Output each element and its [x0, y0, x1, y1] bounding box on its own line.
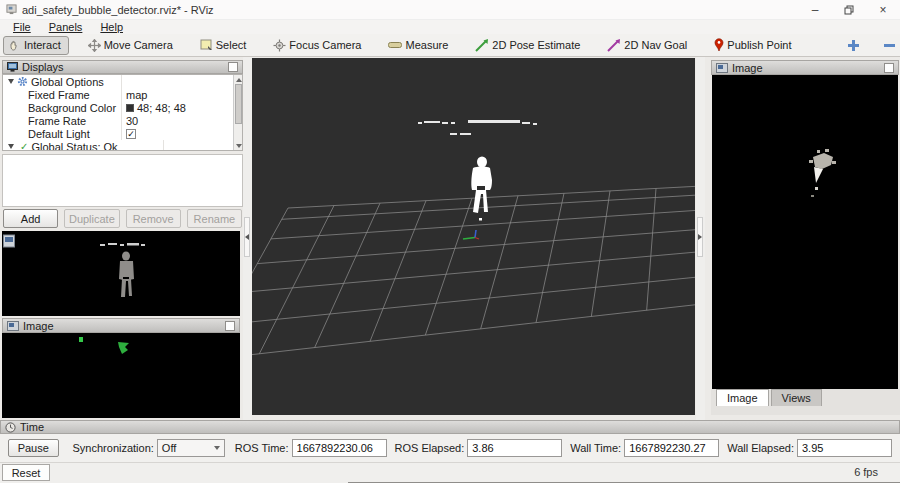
- render-viewport-3d[interactable]: [252, 58, 695, 415]
- tool-label: Publish Point: [727, 39, 791, 51]
- ros-time-label: ROS Time:: [235, 442, 289, 454]
- tree-value-text[interactable]: map: [126, 89, 147, 101]
- sync-dropdown[interactable]: Off: [157, 439, 225, 457]
- image-panel-header[interactable]: Image: [2, 318, 240, 333]
- right-camera-image: [712, 75, 898, 389]
- toolbar: Interact Move Camera Select Focus Camer: [0, 34, 900, 57]
- zoom-out-button[interactable]: [880, 36, 900, 54]
- tool-label: 2D Nav Goal: [624, 39, 687, 51]
- undock-icon[interactable]: [228, 62, 238, 72]
- displays-icon: [7, 62, 18, 72]
- wall-time-input[interactable]: [624, 439, 719, 457]
- tree-row-fixed-frame[interactable]: Fixed Frame map: [3, 88, 242, 101]
- checkbox-checked[interactable]: ✓: [126, 129, 136, 139]
- displays-panel-header[interactable]: Displays: [2, 60, 243, 74]
- sync-label: Synchronization:: [73, 442, 154, 454]
- measure-tool-button[interactable]: Measure: [383, 36, 456, 54]
- sync-value: Off: [162, 442, 176, 454]
- right-image-panel-header[interactable]: Image: [711, 60, 899, 75]
- grid-3d: [252, 58, 695, 415]
- restore-icon[interactable]: [832, 0, 866, 19]
- image-panel-title: Image: [23, 320, 54, 332]
- tree-scrollbar[interactable]: [233, 75, 242, 150]
- scroll-down-icon[interactable]: [234, 141, 243, 150]
- status-bar: Reset 6 fps: [0, 462, 900, 483]
- ros-elapsed-input[interactable]: [467, 439, 562, 457]
- wall-elapsed-input[interactable]: [797, 439, 892, 457]
- collapse-right-handle[interactable]: [697, 217, 703, 257]
- wall-elapsed-label: Wall Elapsed:: [727, 442, 794, 454]
- camera-image-bottom: [2, 333, 240, 418]
- publish-point-tool-button[interactable]: Publish Point: [709, 35, 799, 55]
- left-splitter[interactable]: [243, 57, 252, 420]
- undock-icon[interactable]: [884, 63, 894, 73]
- select-tool-button[interactable]: Select: [195, 36, 255, 54]
- ros-elapsed-label: ROS Elapsed:: [395, 442, 465, 454]
- nav-goal-tool-button[interactable]: 2D Nav Goal: [602, 36, 695, 55]
- tree-row-global-status[interactable]: ✓ Global Status: Ok: [3, 140, 242, 151]
- tree-row-default-light[interactable]: Default Light ✓: [3, 127, 242, 140]
- tree-value-text[interactable]: 30: [126, 115, 138, 127]
- hand-icon: [8, 39, 21, 52]
- image-icon: [7, 321, 19, 331]
- close-icon[interactable]: ×: [866, 0, 900, 19]
- tool-label: Interact: [24, 39, 61, 51]
- right-splitter[interactable]: [696, 57, 705, 420]
- duplicate-button: Duplicate: [64, 209, 119, 228]
- chevron-down-icon[interactable]: [8, 144, 14, 149]
- collapse-left-handle[interactable]: [244, 217, 250, 257]
- zoom-in-button[interactable]: [844, 36, 864, 54]
- tree-row-background-color[interactable]: Background Color 48; 48; 48: [3, 101, 242, 114]
- tool-label: Move Camera: [104, 39, 173, 51]
- minimize-icon[interactable]: –: [798, 0, 832, 19]
- menu-panels[interactable]: Panels: [40, 21, 92, 33]
- camera-image-top: [2, 231, 240, 316]
- fps-counter: 6 fps: [854, 466, 878, 478]
- undock-icon[interactable]: [225, 321, 235, 331]
- tool-label: Select: [216, 39, 247, 51]
- menu-file[interactable]: File: [4, 21, 40, 33]
- menu-bar: File Panels Help: [0, 20, 900, 34]
- tab-views[interactable]: Views: [771, 389, 822, 406]
- move-camera-tool-button[interactable]: Move Camera: [83, 36, 181, 55]
- displays-tree[interactable]: Global Options Fixed Frame map Backgroun…: [2, 74, 243, 151]
- scrollbar-thumb[interactable]: [235, 84, 242, 124]
- tool-label: Measure: [405, 39, 448, 51]
- chevron-down-icon[interactable]: [8, 79, 14, 84]
- focus-camera-tool-button[interactable]: Focus Camera: [268, 36, 369, 55]
- minus-icon: [883, 43, 896, 48]
- pause-button[interactable]: Pause: [8, 439, 59, 457]
- interact-tool-button[interactable]: Interact: [3, 36, 69, 55]
- remove-button: Remove: [126, 209, 181, 228]
- displays-empty-list: [2, 154, 243, 207]
- wall-time-label: Wall Time:: [570, 442, 621, 454]
- tree-label-text: Background Color: [28, 102, 116, 114]
- plus-icon: [847, 39, 860, 52]
- tree-label-text: Default Light: [28, 128, 90, 140]
- tool-label: 2D Pose Estimate: [492, 39, 580, 51]
- clock-icon: [5, 422, 16, 433]
- pose-estimate-tool-button[interactable]: 2D Pose Estimate: [470, 36, 588, 55]
- green-arrow-icon: [475, 39, 489, 52]
- tree-label-text: Global Options: [31, 76, 104, 88]
- scroll-up-icon[interactable]: [234, 75, 243, 84]
- menu-help[interactable]: Help: [91, 21, 132, 33]
- tree-row-global-options[interactable]: Global Options: [3, 75, 242, 88]
- chevron-down-icon: [214, 446, 220, 450]
- tree-label-text: Fixed Frame: [28, 89, 90, 101]
- time-panel-header[interactable]: Time: [0, 420, 900, 434]
- color-swatch: [126, 104, 134, 112]
- tree-label-text: Frame Rate: [28, 115, 86, 127]
- map-pin-icon: [714, 38, 724, 52]
- depth-person-view: [2, 231, 240, 316]
- displays-buttons: Add Duplicate Remove Rename: [3, 209, 242, 228]
- add-button[interactable]: Add: [3, 209, 58, 228]
- ros-time-input[interactable]: [292, 439, 387, 457]
- tool-label: Focus Camera: [289, 39, 361, 51]
- reset-button[interactable]: Reset: [2, 464, 50, 481]
- tab-image[interactable]: Image: [716, 389, 769, 406]
- axes-marker: [463, 230, 479, 239]
- tree-row-frame-rate[interactable]: Frame Rate 30: [3, 114, 242, 127]
- tree-value-text[interactable]: 48; 48; 48: [137, 102, 186, 114]
- ruler-icon: [388, 41, 402, 49]
